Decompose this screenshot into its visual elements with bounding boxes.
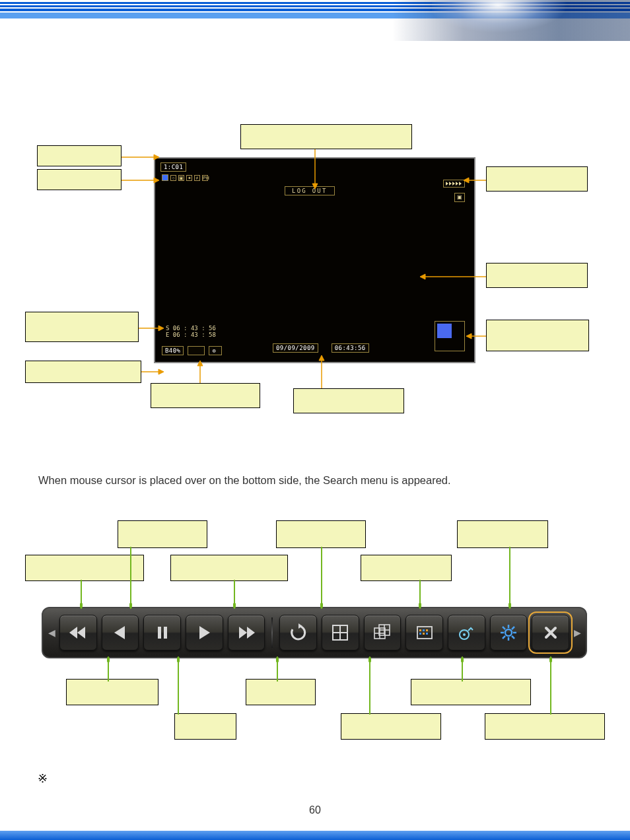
play-button[interactable] [186, 615, 223, 650]
start-time: S 06 : 43 : 56 [166, 325, 216, 332]
minimap-selected-icon [437, 324, 452, 338]
fast-forward-button[interactable] [228, 615, 265, 650]
banner-graphic [392, 0, 630, 41]
svg-marker-65 [320, 604, 323, 609]
current-date: 09/09/2009 [273, 343, 318, 353]
svg-marker-61 [129, 604, 132, 609]
callout-box [341, 713, 441, 740]
svg-marker-75 [276, 656, 279, 662]
status-icon: ○ [170, 175, 176, 181]
status-icons-row: ○ ▣ ✦ ≠ PH [162, 174, 208, 181]
fast-rewind-button[interactable] [59, 615, 97, 650]
search-toolbar: ◀ ▶ [42, 607, 587, 658]
refresh-button[interactable] [279, 615, 317, 650]
arrow-icon [120, 177, 159, 184]
callout-box [170, 555, 288, 581]
svg-rect-39 [419, 629, 421, 631]
svg-marker-71 [107, 656, 110, 662]
arrow-icon [129, 547, 132, 609]
backup-box2: ⊙ [209, 346, 222, 355]
callout-box [276, 520, 366, 548]
svg-marker-3 [154, 178, 159, 183]
datetime-display: 09/09/2009 06:43:56 [273, 343, 369, 353]
svg-point-47 [505, 629, 512, 636]
multi-split-button[interactable] [364, 615, 402, 650]
callout-box [293, 388, 404, 413]
arrow-icon [461, 656, 464, 682]
callout-box [486, 320, 589, 351]
callout-box [37, 145, 122, 166]
svg-marker-19 [319, 355, 324, 361]
arrow-icon [419, 580, 421, 609]
callout-box [457, 520, 548, 548]
svg-rect-24 [164, 627, 167, 639]
toolbar-divider [271, 617, 273, 648]
record-indicator-icon [162, 174, 168, 181]
arrow-icon [420, 273, 489, 280]
backup-row: B40% ⊙ [162, 346, 222, 355]
svg-marker-5 [312, 184, 318, 189]
scroll-right-icon[interactable]: ▶ [574, 627, 580, 638]
channel-label: 1:C01 [160, 162, 186, 172]
callout-box [25, 555, 144, 581]
callout-box [25, 312, 139, 342]
arrow-icon [137, 325, 164, 332]
svg-marker-21 [77, 627, 85, 639]
callout-box [240, 124, 412, 149]
svg-marker-17 [197, 361, 203, 366]
settings-button[interactable] [490, 615, 528, 650]
svg-marker-7 [464, 178, 469, 183]
svg-rect-44 [426, 633, 428, 635]
backup-button[interactable] [448, 615, 485, 650]
svg-marker-63 [233, 604, 236, 609]
callout-box [361, 555, 452, 581]
page-number: 60 [0, 804, 630, 816]
callout-box [246, 679, 316, 705]
svg-rect-42 [419, 633, 421, 635]
svg-marker-77 [368, 656, 371, 662]
note-symbol: ※ [38, 771, 48, 786]
arrow-icon [107, 656, 110, 682]
svg-marker-81 [549, 656, 552, 662]
svg-marker-9 [420, 274, 425, 279]
arrow-icon [276, 656, 279, 682]
arrow-icon [312, 145, 318, 189]
arrow-icon [318, 355, 325, 390]
split-2x2-button[interactable] [322, 615, 359, 650]
callout-box [486, 166, 588, 192]
status-icon: ▣ [178, 175, 184, 181]
svg-rect-41 [426, 629, 428, 631]
svg-marker-22 [114, 626, 125, 639]
scroll-left-icon[interactable]: ◀ [48, 627, 55, 638]
svg-marker-13 [158, 326, 164, 331]
calendar-search-button[interactable] [405, 615, 443, 650]
fast-forward-indicator-icon [443, 180, 465, 188]
svg-line-53 [512, 636, 514, 639]
reverse-play-button[interactable] [102, 615, 139, 650]
pause-button[interactable] [143, 615, 181, 650]
exit-button[interactable] [532, 615, 569, 650]
callout-box [486, 263, 588, 288]
svg-marker-73 [177, 656, 180, 662]
callout-box [118, 520, 207, 548]
svg-marker-67 [419, 604, 421, 609]
svg-line-55 [512, 627, 514, 629]
svg-marker-79 [461, 656, 464, 662]
arrow-icon [549, 656, 552, 715]
logout-label: LOG OUT [285, 186, 335, 195]
footer-bar [0, 831, 630, 840]
arrow-icon [233, 580, 236, 609]
svg-line-52 [503, 627, 505, 629]
arrow-icon [80, 580, 83, 609]
svg-line-54 [503, 636, 505, 639]
callout-box [151, 383, 260, 408]
status-icon: ✦ [186, 175, 192, 181]
current-time: 06:43:56 [332, 343, 369, 353]
callout-box [485, 713, 605, 740]
arrow-icon [141, 368, 164, 375]
svg-marker-15 [158, 369, 164, 374]
svg-marker-59 [80, 604, 83, 609]
svg-rect-43 [423, 633, 425, 635]
callout-box [174, 713, 236, 740]
svg-marker-1 [154, 155, 159, 160]
